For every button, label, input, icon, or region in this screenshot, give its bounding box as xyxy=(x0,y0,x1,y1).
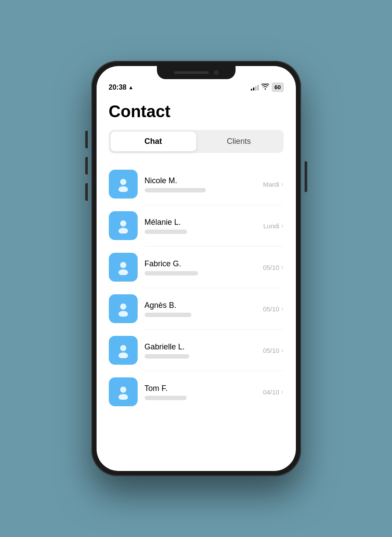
svg-point-10 xyxy=(120,387,126,393)
avatar xyxy=(109,211,138,240)
contact-preview xyxy=(145,396,187,400)
chevron-icon: › xyxy=(281,346,283,354)
contact-preview xyxy=(145,354,189,359)
list-item[interactable]: Nicole M. Mardi › xyxy=(109,164,284,205)
status-icons: 60 xyxy=(251,83,283,92)
battery-icon: 60 xyxy=(272,83,283,92)
svg-point-3 xyxy=(118,228,128,234)
contact-info: Fabrice G. xyxy=(145,259,256,275)
tab-chat[interactable]: Chat xyxy=(111,132,196,151)
front-camera xyxy=(214,70,219,75)
list-item[interactable]: Gabrielle L. 05/10 › xyxy=(109,330,284,371)
contact-preview xyxy=(145,313,191,317)
svg-point-6 xyxy=(120,303,126,310)
status-time: 20:38 ▲ xyxy=(109,84,134,91)
chevron-icon: › xyxy=(281,388,283,396)
phone-screen: 20:38 ▲ 60 xyxy=(97,66,296,471)
screen-content: Contact Chat Clients xyxy=(97,95,296,421)
contact-info: Mélanie L. xyxy=(145,218,257,234)
svg-point-0 xyxy=(120,179,126,185)
notch xyxy=(157,66,236,79)
contact-date: Lundi xyxy=(263,222,279,230)
contact-name: Mélanie L. xyxy=(145,218,257,227)
contact-preview xyxy=(145,271,198,275)
contact-meta: Lundi › xyxy=(263,222,283,230)
list-item[interactable]: Tom F. 04/10 › xyxy=(109,371,284,412)
contact-info: Tom F. xyxy=(145,384,256,400)
signal-icon xyxy=(251,84,259,91)
contact-list: Nicole M. Mardi › xyxy=(109,164,284,412)
avatar xyxy=(109,294,138,323)
svg-point-11 xyxy=(118,394,128,400)
silent-button[interactable] xyxy=(85,183,88,201)
avatar xyxy=(109,377,138,406)
contact-meta: 05/10 › xyxy=(263,346,284,354)
svg-point-2 xyxy=(120,220,126,227)
contact-name: Fabrice G. xyxy=(145,259,256,268)
contact-info: Gabrielle L. xyxy=(145,342,256,359)
tab-switcher: Chat Clients xyxy=(109,130,284,153)
chevron-icon: › xyxy=(281,305,283,313)
contact-name: Tom F. xyxy=(145,384,256,393)
avatar xyxy=(109,336,138,365)
contact-date: 05/10 xyxy=(263,264,280,271)
contact-name: Gabrielle L. xyxy=(145,342,256,352)
contact-info: Agnès B. xyxy=(145,301,256,317)
contact-preview xyxy=(145,230,187,234)
contact-date: 05/10 xyxy=(263,347,280,354)
contact-meta: 04/10 › xyxy=(263,388,284,396)
contact-preview xyxy=(145,188,206,192)
contact-date: Mardi xyxy=(263,181,280,188)
chevron-icon: › xyxy=(281,180,283,188)
contact-meta: 05/10 › xyxy=(263,263,284,271)
list-item[interactable]: Mélanie L. Lundi › xyxy=(109,205,284,246)
chevron-icon: › xyxy=(281,222,283,230)
svg-point-8 xyxy=(120,345,126,351)
chevron-icon: › xyxy=(281,263,283,271)
list-item[interactable]: Agnès B. 05/10 › xyxy=(109,288,284,329)
contact-date: 04/10 xyxy=(263,388,280,396)
time-display: 20:38 xyxy=(109,84,127,91)
avatar xyxy=(109,253,138,282)
location-icon: ▲ xyxy=(128,84,133,91)
battery-level: 60 xyxy=(274,84,281,91)
svg-point-1 xyxy=(118,186,128,192)
contact-name: Nicole M. xyxy=(145,176,256,185)
power-button[interactable] xyxy=(305,161,307,192)
page-title: Contact xyxy=(109,102,284,121)
contact-info: Nicole M. xyxy=(145,176,256,192)
contact-name: Agnès B. xyxy=(145,301,256,310)
svg-point-5 xyxy=(118,269,128,275)
phone-frame: 20:38 ▲ 60 xyxy=(91,61,301,476)
volume-down-button[interactable] xyxy=(85,157,88,174)
wifi-icon xyxy=(261,84,269,91)
volume-up-button[interactable] xyxy=(85,131,88,148)
avatar xyxy=(109,170,138,199)
svg-point-9 xyxy=(118,352,128,358)
contact-meta: 05/10 › xyxy=(263,305,284,313)
tab-clients[interactable]: Clients xyxy=(196,132,282,151)
notch-pill xyxy=(174,71,209,74)
svg-point-7 xyxy=(118,311,128,317)
contact-meta: Mardi › xyxy=(263,180,284,188)
svg-point-4 xyxy=(120,262,126,268)
contact-date: 05/10 xyxy=(263,305,280,313)
list-item[interactable]: Fabrice G. 05/10 › xyxy=(109,247,284,288)
